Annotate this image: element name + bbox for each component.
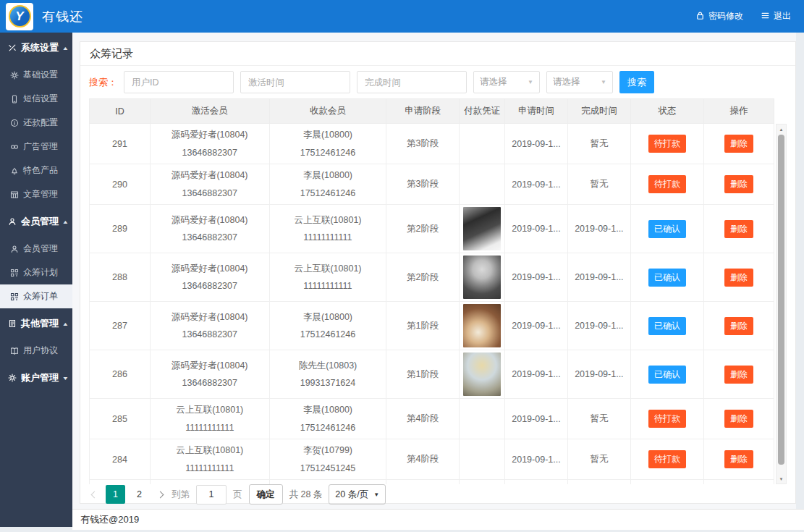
search-label: 搜索： <box>89 76 117 89</box>
cell-status <box>630 480 703 485</box>
payment-proof-image[interactable] <box>463 256 501 299</box>
sidebar-item-system-settings[interactable]: 系统设置▲ <box>0 33 72 63</box>
logout-button[interactable]: 退出 <box>761 10 791 22</box>
scroll-up-icon[interactable]: ▲ <box>777 124 786 134</box>
table-row <box>90 480 774 485</box>
status-badge[interactable]: 待打款 <box>648 410 686 428</box>
sidebar-item-sms-settings[interactable]: 短信设置 <box>0 87 72 111</box>
status-badge[interactable]: 已确认 <box>648 317 686 335</box>
sidebar-item-repayment-config[interactable]: 还款配置 <box>0 111 72 135</box>
sidebar-item-crowdfunding-plan[interactable]: 众筹计划 <box>0 261 72 284</box>
next-page-button[interactable] <box>156 489 165 499</box>
goto-confirm-button[interactable]: 确定 <box>249 484 283 504</box>
cell-status: 待打款 <box>630 439 703 480</box>
column-header: 完成时间 <box>567 99 630 124</box>
goto-label: 到第 <box>172 489 190 501</box>
status-badge[interactable]: 待打款 <box>648 175 686 193</box>
status-badge[interactable]: 待打款 <box>648 135 686 153</box>
per-page-select[interactable]: 20 条/页 ▼ <box>329 484 386 504</box>
payment-proof-image[interactable] <box>463 207 501 250</box>
search-input-activate-time[interactable] <box>240 71 350 93</box>
filter-select-1[interactable]: 请选择 ▼ <box>473 71 540 93</box>
cell-id: 287 <box>90 302 151 350</box>
app-logo[interactable]: Y <box>6 3 33 30</box>
cell-id: 285 <box>90 399 151 439</box>
sidebar-item-user-agreement[interactable]: 用户协议 <box>0 339 72 363</box>
user-icon <box>10 245 19 253</box>
search-button[interactable]: 搜索 <box>619 71 654 93</box>
cell-action: 删除 <box>703 350 774 399</box>
cell-status: 已确认 <box>630 302 703 350</box>
cell-status: 待打款 <box>630 399 703 439</box>
search-input-finish-time[interactable] <box>357 71 467 93</box>
status-badge[interactable]: 已确认 <box>648 269 686 287</box>
cell-proof <box>460 124 505 164</box>
cell-proof <box>460 399 505 439</box>
page-button-1[interactable]: 1 <box>106 485 125 504</box>
cell-proof <box>460 350 505 399</box>
scrollbar-thumb[interactable] <box>778 135 784 465</box>
cell-id: 291 <box>90 124 151 164</box>
sidebar-item-featured-products[interactable]: 特色产品 <box>0 159 72 182</box>
sidebar-item-article-management[interactable]: 文章管理 <box>0 182 72 206</box>
status-badge[interactable]: 已确认 <box>648 366 686 384</box>
delete-button[interactable]: 删除 <box>724 410 753 428</box>
sidebar-item-other-management[interactable]: 其他管理▲ <box>0 308 72 339</box>
tools-icon <box>8 43 17 52</box>
sidebar-item-basic-settings[interactable]: 基础设置 <box>0 63 72 87</box>
link-icon <box>10 143 19 151</box>
change-password-button[interactable]: 密码修改 <box>695 10 743 22</box>
cell-proof <box>460 164 505 205</box>
cell-proof <box>460 253 505 302</box>
cell-payee <box>269 480 386 485</box>
delete-button[interactable]: 删除 <box>724 175 753 193</box>
sidebar-item-ad-management[interactable]: 广告管理 <box>0 135 72 159</box>
cell-id: 289 <box>90 205 151 253</box>
payment-proof-image[interactable] <box>463 304 501 347</box>
prev-page-button[interactable] <box>90 489 99 499</box>
delete-button[interactable]: 删除 <box>724 366 753 384</box>
cell-stage: 第4阶段 <box>386 399 460 439</box>
cell-action: 删除 <box>703 164 774 205</box>
cell-finish-time: 2019-09-1... <box>567 350 630 399</box>
sidebar-item-account-management[interactable]: 账户管理▼ <box>0 363 72 393</box>
delete-button[interactable]: 删除 <box>724 269 753 287</box>
cell-stage: 第1阶段 <box>386 350 460 399</box>
table-row: 290源码爱好者(10804)13646882307李晨(10800)17512… <box>90 164 774 205</box>
page-button-2[interactable]: 2 <box>130 485 149 504</box>
sidebar-item-member-management[interactable]: 会员管理 <box>0 237 72 261</box>
search-input-user-id[interactable] <box>124 71 234 93</box>
app-title: 有钱还 <box>42 8 83 25</box>
scroll-down-icon[interactable]: ▼ <box>777 474 786 484</box>
table-scrollbar[interactable]: ▲ ▼ <box>776 124 787 484</box>
gear-icon <box>8 373 17 382</box>
page-title: 众筹记录 <box>80 42 795 66</box>
cell-stage <box>386 480 460 485</box>
table-row: 286源码爱好者(10804)13646882307陈先生(10803)1993… <box>90 350 774 399</box>
top-bar: Y 有钱还 密码修改退出 <box>0 0 804 33</box>
cell-status: 已确认 <box>630 350 703 399</box>
info-icon <box>10 119 19 127</box>
pagination-bar: 12 到第 页 确定 共 28 条 20 条/页 ▼ <box>80 484 795 504</box>
table-body: 291源码爱好者(10804)13646882307李晨(10800)17512… <box>90 124 774 485</box>
delete-button[interactable]: 删除 <box>724 135 753 153</box>
cell-finish-time: 2019-09-1... <box>567 302 630 350</box>
cell-finish-time: 暂无 <box>567 164 630 205</box>
sidebar-item-crowdfunding-orders[interactable]: 众筹订单 <box>0 284 72 308</box>
cell-activator: 源码爱好者(10804)13646882307 <box>150 205 269 253</box>
cell-action: 删除 <box>703 124 774 164</box>
status-badge[interactable]: 已确认 <box>648 220 686 238</box>
delete-button[interactable]: 删除 <box>724 220 753 238</box>
delete-button[interactable]: 删除 <box>724 317 753 335</box>
payment-proof-image[interactable] <box>463 352 501 396</box>
filter-select-2[interactable]: 请选择 ▼ <box>546 71 613 93</box>
cell-status: 待打款 <box>630 164 703 205</box>
qr-icon <box>10 269 19 277</box>
cell-apply-time: 2019-09-1... <box>505 350 568 399</box>
status-badge[interactable]: 待打款 <box>648 450 686 468</box>
orders-table-zone: ID激活会员收款会员申请阶段付款凭证申请时间完成时间状态操作 291源码爱好者(… <box>89 98 787 484</box>
goto-page-input[interactable] <box>196 485 227 504</box>
cell-id: 288 <box>90 253 151 302</box>
delete-button[interactable]: 删除 <box>724 450 753 468</box>
sidebar-item-member-management-group[interactable]: 会员管理▲ <box>0 206 72 237</box>
